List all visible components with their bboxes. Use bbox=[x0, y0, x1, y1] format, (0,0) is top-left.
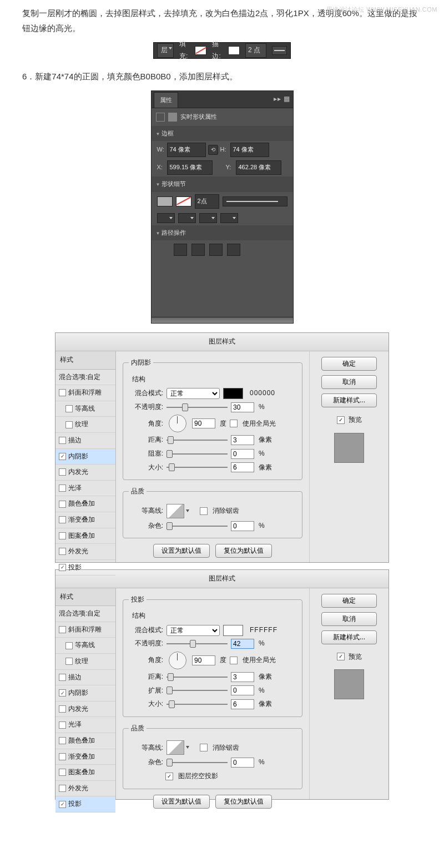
bevel-item[interactable]: 斜面和浮雕 bbox=[56, 385, 115, 401]
choke-slider[interactable] bbox=[167, 451, 228, 457]
bevel-item[interactable]: 斜面和浮雕 bbox=[56, 622, 115, 638]
cancel-button[interactable]: 取消 bbox=[321, 375, 377, 389]
blend-options-item[interactable]: 混合选项:自定 bbox=[56, 370, 115, 386]
drop-shadow-item[interactable]: ✓投影 bbox=[56, 560, 115, 576]
height-field[interactable]: 74 像素 bbox=[230, 143, 269, 157]
pattern-overlay-item[interactable]: 图案叠加 bbox=[56, 765, 115, 781]
new-style-button[interactable]: 新建样式... bbox=[321, 630, 377, 644]
x-field[interactable]: 599.15 像素 bbox=[167, 160, 213, 175]
angle-input[interactable] bbox=[192, 655, 215, 665]
angle-input[interactable] bbox=[192, 418, 215, 428]
gradient-overlay-item[interactable]: 渐变叠加 bbox=[56, 512, 115, 528]
layer-dropdown[interactable]: 层 bbox=[157, 43, 174, 58]
inner-glow-item[interactable]: 内发光 bbox=[56, 465, 115, 481]
stroke-item[interactable]: 描边 bbox=[56, 433, 115, 449]
cap-dropdown[interactable] bbox=[157, 213, 175, 223]
reset-default-button[interactable]: 复位为默认值 bbox=[215, 795, 272, 809]
pathop-intersect[interactable] bbox=[209, 244, 223, 256]
distance-input[interactable] bbox=[231, 672, 254, 682]
distance-slider[interactable] bbox=[167, 437, 228, 443]
reset-default-button[interactable]: 复位为默认值 bbox=[215, 544, 272, 558]
outer-glow-item[interactable]: 外发光 bbox=[56, 544, 115, 560]
pattern-overlay-item[interactable]: 图案叠加 bbox=[56, 528, 115, 544]
preview-checkbox[interactable]: ✓ bbox=[337, 653, 345, 660]
section-detail[interactable]: 形状细节 bbox=[152, 176, 293, 192]
gradient-overlay-item[interactable]: 渐变叠加 bbox=[56, 749, 115, 765]
blend-options-item[interactable]: 混合选项:自定 bbox=[56, 606, 115, 622]
antialias-checkbox[interactable] bbox=[200, 507, 208, 515]
stroke-item[interactable]: 描边 bbox=[56, 670, 115, 686]
angle-dial[interactable] bbox=[169, 652, 186, 669]
distance-input[interactable] bbox=[231, 435, 254, 445]
spread-input[interactable] bbox=[231, 685, 254, 695]
distance-slider[interactable] bbox=[167, 674, 228, 680]
texture-item[interactable]: 纹理 bbox=[56, 654, 115, 670]
width-field[interactable]: 74 像素 bbox=[167, 143, 206, 157]
y-field[interactable]: 462.28 像素 bbox=[236, 160, 281, 175]
shadow-color-chip[interactable] bbox=[223, 388, 243, 399]
set-default-button[interactable]: 设置为默认值 bbox=[153, 544, 210, 558]
knockout-checkbox[interactable]: ✓ bbox=[165, 773, 173, 780]
color-overlay-item[interactable]: 颜色叠加 bbox=[56, 496, 115, 512]
satin-item[interactable]: 光泽 bbox=[56, 717, 115, 733]
blend-mode-select[interactable]: 正常 bbox=[167, 625, 220, 636]
corner-dropdown[interactable] bbox=[178, 213, 196, 223]
link-icon[interactable]: ⟲ bbox=[208, 145, 218, 155]
pathop-combine[interactable] bbox=[174, 244, 187, 256]
extra-dropdown[interactable] bbox=[220, 213, 238, 223]
inner-shadow-item[interactable]: ✓内阴影 bbox=[56, 685, 115, 702]
angle-dial[interactable] bbox=[169, 415, 186, 432]
size-input[interactable] bbox=[231, 699, 254, 709]
choke-input[interactable] bbox=[231, 449, 254, 459]
blend-mode-select[interactable]: 正常 bbox=[167, 388, 220, 399]
stroke-style-chip[interactable] bbox=[272, 46, 287, 55]
properties-tab[interactable]: 属性 bbox=[154, 92, 178, 108]
stroke-width-field[interactable]: 2点 bbox=[195, 194, 219, 209]
noise-input[interactable] bbox=[231, 758, 254, 768]
antialias-checkbox[interactable] bbox=[200, 744, 208, 751]
noise-slider[interactable] bbox=[167, 759, 228, 766]
global-light-checkbox[interactable] bbox=[230, 420, 238, 427]
preview-checkbox[interactable]: ✓ bbox=[337, 416, 345, 424]
shadow-color-chip[interactable] bbox=[223, 625, 243, 636]
spread-slider[interactable] bbox=[167, 687, 228, 694]
fill-color-swatch[interactable] bbox=[157, 196, 173, 206]
contour-item[interactable]: 等高线 bbox=[56, 401, 115, 417]
inner-shadow-item[interactable]: ✓内阴影 bbox=[56, 449, 115, 465]
texture-item[interactable]: 纹理 bbox=[56, 417, 115, 433]
panel-nav[interactable]: ▸▸ ▦ bbox=[274, 93, 290, 105]
stroke-swatch-white[interactable] bbox=[228, 46, 240, 55]
stroke-type-dropdown[interactable] bbox=[223, 196, 287, 206]
size-slider[interactable] bbox=[167, 701, 228, 708]
noise-slider[interactable] bbox=[167, 523, 228, 529]
ok-button[interactable]: 确定 bbox=[321, 357, 377, 371]
inner-glow-item[interactable]: 内发光 bbox=[56, 702, 115, 718]
drop-shadow-item[interactable]: ✓投影 bbox=[56, 796, 115, 813]
size-input[interactable] bbox=[231, 462, 254, 472]
contour-picker[interactable] bbox=[167, 504, 184, 518]
opacity-input[interactable] bbox=[231, 402, 254, 412]
fill-swatch-none[interactable] bbox=[195, 46, 206, 55]
opacity-slider[interactable] bbox=[167, 640, 228, 647]
section-bounds[interactable]: 边框 bbox=[152, 126, 293, 142]
opacity-input[interactable] bbox=[231, 639, 254, 649]
stroke-none-swatch[interactable] bbox=[176, 196, 191, 206]
section-pathops[interactable]: 路径操作 bbox=[152, 225, 293, 241]
noise-input[interactable] bbox=[231, 521, 254, 531]
contour-picker[interactable] bbox=[167, 740, 184, 755]
satin-item[interactable]: 光泽 bbox=[56, 481, 115, 497]
stroke-size-input[interactable]: 2 点 bbox=[245, 43, 266, 58]
opacity-slider[interactable] bbox=[167, 404, 228, 411]
global-light-checkbox[interactable] bbox=[230, 657, 238, 664]
cancel-button[interactable]: 取消 bbox=[321, 612, 377, 626]
color-overlay-item[interactable]: 颜色叠加 bbox=[56, 733, 115, 749]
new-style-button[interactable]: 新建样式... bbox=[321, 393, 377, 407]
set-default-button[interactable]: 设置为默认值 bbox=[153, 795, 210, 809]
pathop-exclude[interactable] bbox=[227, 244, 240, 256]
outer-glow-item[interactable]: 外发光 bbox=[56, 781, 115, 797]
ok-button[interactable]: 确定 bbox=[321, 594, 377, 608]
align-dropdown[interactable] bbox=[199, 213, 217, 223]
contour-item[interactable]: 等高线 bbox=[56, 638, 115, 654]
pathop-subtract[interactable] bbox=[191, 244, 205, 256]
size-slider[interactable] bbox=[167, 464, 228, 471]
